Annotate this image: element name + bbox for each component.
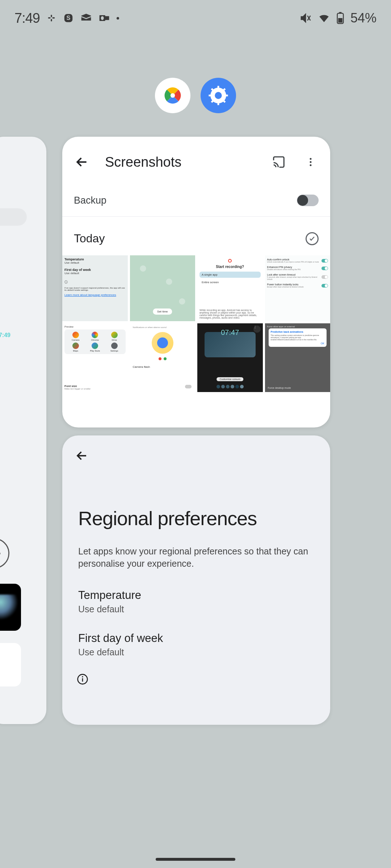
- section-today: Today: [74, 232, 105, 245]
- settings-app-icon[interactable]: [201, 78, 236, 113]
- clock-text: 07:47: [199, 329, 261, 336]
- recents-card-settings[interactable]: Regional preferences Let apps know your …: [62, 435, 330, 725]
- nav-handle[interactable]: [156, 858, 235, 861]
- svg-rect-27: [82, 678, 83, 681]
- screenshot-grid: Temperature Use default First day of wee…: [62, 255, 330, 392]
- skype-icon: S: [63, 13, 74, 24]
- screenshot-thumb[interactable]: Start recording? A single app Entire scr…: [197, 255, 263, 321]
- svg-rect-7: [105, 16, 109, 20]
- setting-item-first-day[interactable]: First day of week Use default: [62, 623, 330, 666]
- more-icon[interactable]: [302, 153, 319, 171]
- more-dots-icon: [0, 538, 9, 569]
- svg-rect-18: [224, 95, 228, 97]
- battery-icon: [337, 12, 344, 24]
- status-time: 7:49: [14, 10, 40, 26]
- left-thumbnail: [0, 584, 21, 631]
- screenshot-thumb[interactable]: Temperature Use default First day of wee…: [62, 255, 128, 321]
- svg-rect-2: [51, 15, 52, 17]
- outlook-icon: [98, 12, 110, 24]
- settings-description: Let apps know your regional preferences …: [62, 540, 330, 580]
- info-icon: [62, 666, 330, 694]
- recents-card-left-sliver[interactable]: 07:49 THU APR 11: [0, 137, 46, 724]
- svg-point-14: [215, 92, 222, 99]
- svg-rect-3: [51, 19, 52, 21]
- svg-point-23: [310, 158, 312, 160]
- backup-label: Backup: [74, 195, 106, 206]
- svg-point-25: [310, 164, 312, 166]
- svg-point-12: [171, 93, 175, 98]
- svg-rect-1: [52, 17, 55, 19]
- backup-toggle[interactable]: [297, 195, 319, 206]
- recent-app-icons: [155, 78, 236, 113]
- svg-point-24: [310, 161, 312, 163]
- battery-percent: 54%: [350, 10, 377, 26]
- svg-point-8: [101, 16, 104, 20]
- photos-app-icon[interactable]: [155, 78, 190, 113]
- svg-rect-16: [218, 102, 219, 105]
- screenshot-thumb[interactable]: Notifications or when alarms sound Camer…: [130, 323, 196, 392]
- svg-rect-17: [209, 95, 212, 97]
- left-sliver-time: 07:49: [0, 332, 10, 339]
- screenshot-thumb[interactable]: Set time: [130, 255, 196, 321]
- left-pill: [0, 208, 27, 226]
- svg-rect-15: [218, 86, 219, 89]
- mute-icon: [300, 12, 311, 24]
- svg-rect-10: [339, 12, 342, 13]
- back-button[interactable]: [62, 446, 330, 467]
- left-white-block: [0, 643, 21, 686]
- slack-icon: [46, 13, 56, 23]
- dot-icon: [117, 17, 119, 20]
- wifi-icon: [318, 12, 330, 24]
- mail-icon: [80, 12, 92, 24]
- cast-icon[interactable]: [270, 153, 287, 171]
- svg-point-28: [82, 676, 83, 677]
- back-button[interactable]: [73, 153, 91, 171]
- left-sliver-date: THU APR 11: [0, 312, 1, 335]
- recents-card-photos[interactable]: Screenshots Backup Today Temperature Use…: [62, 137, 330, 427]
- screenshot-thumb[interactable]: Preview Camera Chrome Drive Maps Play St…: [62, 323, 128, 392]
- select-all-icon[interactable]: [306, 232, 319, 245]
- svg-rect-11: [338, 18, 342, 23]
- status-bar: 7:49 S 54%: [0, 0, 391, 36]
- page-title: Screenshots: [105, 154, 256, 170]
- setting-item-temperature[interactable]: Temperature Use default: [62, 580, 330, 623]
- svg-text:S: S: [67, 14, 71, 21]
- screenshot-thumb[interactable]: Force allow apps on external Predictive …: [265, 323, 331, 392]
- svg-rect-0: [48, 17, 51, 19]
- screenshot-thumb[interactable]: 07:47 ⋮ Customise colours: [197, 323, 263, 392]
- settings-title: Regional preferences: [62, 467, 330, 540]
- screenshot-thumb[interactable]: Auto-confirm unlockUnlock automatically …: [265, 255, 331, 321]
